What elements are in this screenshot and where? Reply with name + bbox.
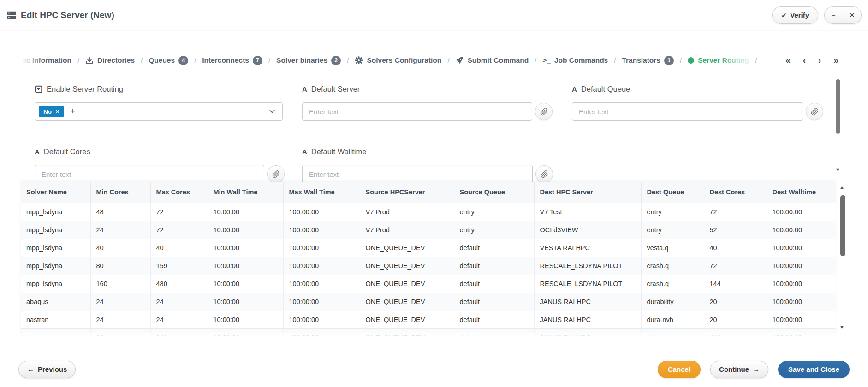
continue-button[interactable]: Continue → bbox=[710, 361, 768, 378]
tab-nav-prev-icon[interactable]: ‹ bbox=[803, 55, 806, 65]
table-cell: default bbox=[454, 328, 534, 336]
default-queue-attach-button[interactable] bbox=[806, 103, 823, 120]
table-cell: 72 bbox=[704, 257, 767, 275]
table-scroll-up-icon[interactable]: ▲ bbox=[839, 184, 844, 190]
column-header-max-cores[interactable]: Max Cores bbox=[150, 182, 208, 203]
table-cell: ONE_QUEUE_DEV bbox=[360, 257, 454, 275]
tab-basic-information[interactable]: Basic Information bbox=[18, 56, 71, 64]
table-row[interactable]: abaqus242410:00:00100:00:00ONE_QUEUE_DEV… bbox=[21, 293, 836, 311]
default-server-attach-button[interactable] bbox=[535, 103, 553, 120]
table-cell: 100:00:00 bbox=[283, 203, 360, 221]
table-cell: RESCALE_LSDYNA PILOT bbox=[534, 275, 641, 293]
table-cell: 100:00:00 bbox=[767, 203, 836, 221]
server-routing-form: Enable Server Routing No ✕ + A Default S… bbox=[18, 74, 850, 182]
table-cell: 52 bbox=[704, 221, 767, 239]
text-field-icon: A bbox=[302, 148, 307, 156]
column-header-dest-hpc-server[interactable]: Dest HPC Server bbox=[534, 182, 641, 203]
tab-solver-binaries[interactable]: Solver binaries2 bbox=[276, 56, 341, 65]
text-field-icon: A bbox=[572, 85, 577, 93]
tab-nav-last-icon[interactable]: » bbox=[833, 55, 838, 65]
table-cell: 100:00:00 bbox=[767, 328, 836, 336]
cancel-button[interactable]: Cancel bbox=[658, 361, 701, 378]
table-cell: 20 bbox=[704, 293, 767, 311]
table-cell: mpp_lsdyna bbox=[21, 221, 90, 239]
table-row[interactable]: nastran242410:00:00100:00:00ONE_QUEUE_DE… bbox=[21, 311, 836, 328]
column-header-source-hpcserver[interactable]: Source HPCServer bbox=[360, 182, 454, 203]
table-row[interactable]: mpp_lsdyna16048010:00:00100:00:00ONE_QUE… bbox=[21, 275, 836, 293]
table-cell: default bbox=[454, 239, 534, 257]
table-cell: default bbox=[454, 275, 534, 293]
column-header-min-cores[interactable]: Min Cores bbox=[90, 182, 150, 203]
table-cell: 40 bbox=[704, 239, 767, 257]
enable-server-routing-select[interactable]: No ✕ + bbox=[35, 102, 283, 121]
tab-separator: / bbox=[755, 57, 757, 64]
previous-button[interactable]: ← Previous bbox=[18, 361, 76, 378]
tab-separator: / bbox=[268, 57, 270, 64]
tab-job-commands[interactable]: >_Job Commands bbox=[542, 56, 608, 64]
footer-actions: Cancel Continue → Save and Close bbox=[658, 361, 850, 378]
table-cell: 100:00:00 bbox=[283, 328, 360, 336]
column-header-source-queue[interactable]: Source Queue bbox=[454, 182, 534, 203]
table-row[interactable]: mpp_lsdyna404010:00:00100:00:00ONE_QUEUE… bbox=[21, 239, 836, 257]
tab-separator: / bbox=[194, 57, 196, 64]
column-header-dest-queue[interactable]: Dest Queue bbox=[641, 182, 704, 203]
tab-separator: / bbox=[77, 57, 79, 64]
chevron-down-icon[interactable] bbox=[268, 108, 276, 115]
default-queue-input[interactable] bbox=[572, 102, 803, 121]
column-header-dest-walltime[interactable]: Dest Walltime bbox=[767, 182, 836, 203]
tab-server-routing[interactable]: Server Routing bbox=[688, 56, 749, 64]
table-cell: 100:00:00 bbox=[283, 221, 360, 239]
table-cell: 24 bbox=[150, 293, 208, 311]
default-cores-attach-button[interactable] bbox=[267, 165, 285, 182]
tab-submit-command[interactable]: Submit Command bbox=[455, 56, 529, 64]
tab-solvers-configuration[interactable]: Solvers Configuration bbox=[355, 56, 441, 64]
form-scroll-down-icon[interactable]: ▼ bbox=[835, 167, 840, 172]
terminal-icon: >_ bbox=[542, 56, 551, 64]
default-server-input[interactable] bbox=[302, 102, 532, 121]
add-tag-button[interactable]: + bbox=[70, 106, 75, 117]
table-cell: 20 bbox=[90, 328, 150, 336]
column-header-dest-cores[interactable]: Dest Cores bbox=[704, 182, 767, 203]
close-button[interactable]: ✕ bbox=[843, 7, 861, 23]
default-walltime-attach-button[interactable] bbox=[535, 165, 553, 182]
enable-server-routing-label-text: Enable Server Routing bbox=[47, 85, 123, 94]
column-header-solver-name[interactable]: Solver Name bbox=[21, 182, 90, 203]
tab-separator: / bbox=[535, 57, 536, 64]
tab-label: Interconnects bbox=[202, 56, 249, 64]
column-header-min-wall-time[interactable]: Min Wall Time bbox=[208, 182, 283, 203]
enable-server-routing-field: Enable Server Routing No ✕ + bbox=[35, 84, 283, 121]
text-field-icon: A bbox=[35, 148, 40, 156]
continue-label: Continue bbox=[719, 365, 749, 373]
table-row[interactable]: mpp_lsdyna487210:00:00100:00:00V7 Proden… bbox=[21, 203, 836, 221]
save-and-close-label: Save and Close bbox=[788, 365, 839, 373]
table-cell: VESTA RAI HPC bbox=[534, 239, 641, 257]
table-row[interactable]: starccm2084010:00:00100:00:00ONE_QUEUE_D… bbox=[21, 328, 836, 336]
verify-button[interactable]: ✓ Verify bbox=[772, 6, 818, 24]
column-header-max-wall-time[interactable]: Max Wall Time bbox=[283, 182, 360, 203]
default-walltime-input[interactable] bbox=[302, 165, 533, 182]
table-scrollbar-thumb[interactable] bbox=[840, 195, 845, 256]
tab-translators[interactable]: Translators1 bbox=[622, 56, 674, 65]
table-cell: 10:00:00 bbox=[208, 328, 283, 336]
selected-tag-label: No bbox=[43, 108, 52, 115]
paperclip-icon bbox=[540, 108, 548, 116]
tab-nav-first-icon[interactable]: « bbox=[785, 55, 791, 65]
table-scroll-down-icon[interactable]: ▼ bbox=[839, 324, 844, 330]
tab-queues[interactable]: Queues4 bbox=[149, 56, 188, 65]
table-cell: 10:00:00 bbox=[208, 293, 283, 311]
table-cell: V7 Prod bbox=[360, 221, 454, 239]
table-cell: durability bbox=[641, 293, 704, 311]
tab-label: Queues bbox=[149, 56, 175, 64]
tag-remove-icon[interactable]: ✕ bbox=[55, 109, 59, 115]
tab-directories[interactable]: Directories bbox=[85, 56, 135, 64]
save-and-close-button[interactable]: Save and Close bbox=[778, 361, 850, 378]
table-row[interactable]: mpp_lsdyna247210:00:00100:00:00V7 Proden… bbox=[21, 221, 836, 239]
form-scrollbar-thumb[interactable] bbox=[836, 79, 840, 134]
table-cell: ONE_QUEUE_DEV bbox=[360, 293, 454, 311]
minimize-button[interactable]: − bbox=[825, 7, 843, 23]
tab-interconnects[interactable]: Interconnects7 bbox=[202, 56, 262, 65]
table-cell: mpp_lsdyna bbox=[21, 257, 90, 275]
tab-nav-next-icon[interactable]: › bbox=[818, 55, 821, 65]
table-row[interactable]: mpp_lsdyna8015910:00:00100:00:00ONE_QUEU… bbox=[21, 257, 836, 275]
default-cores-input[interactable] bbox=[35, 165, 264, 182]
